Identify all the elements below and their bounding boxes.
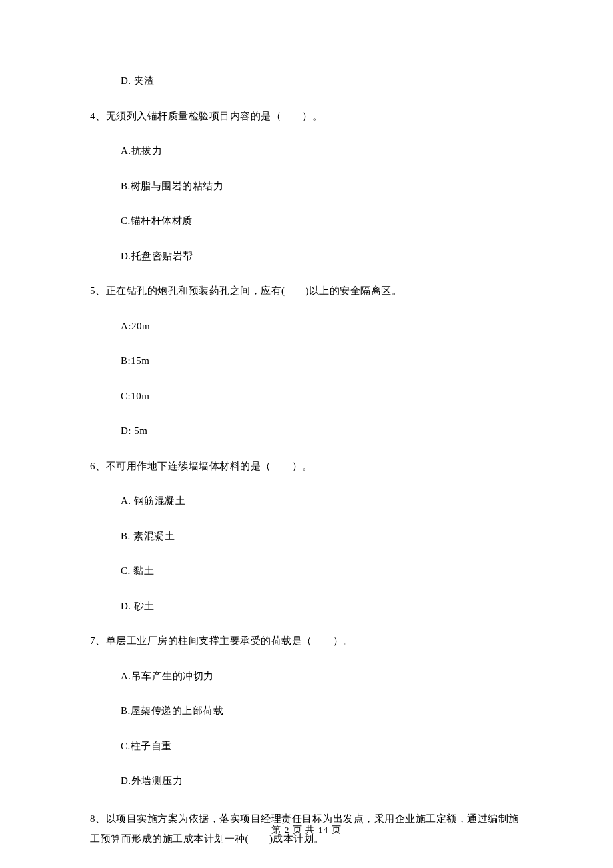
- q7-option-c: C.柱子自重: [90, 739, 523, 754]
- q8-option-a: A.竞争性: [90, 866, 523, 869]
- q6-stem: 6、不可用作地下连续墙墙体材料的是（ ）。: [90, 459, 523, 474]
- q7-option-a: A.吊车产生的冲切力: [90, 669, 523, 684]
- q6-option-b: B. 素混凝土: [90, 529, 523, 544]
- q6-option-a: A. 钢筋混凝土: [90, 493, 523, 509]
- q5-stem: 5、正在钻孔的炮孔和预装药孔之间，应有( )以上的安全隔离区。: [90, 283, 523, 299]
- q6-option-d: D. 砂土: [90, 599, 523, 614]
- page-footer: 第 2 页 共 14 页: [0, 824, 613, 836]
- q4-stem: 4、无须列入锚杆质量检验项目内容的是（ ）。: [90, 109, 523, 124]
- q5-option-c: C:10m: [90, 389, 523, 404]
- q5-option-b: B:15m: [90, 353, 523, 369]
- q5-option-a: A:20m: [90, 319, 523, 334]
- q4-option-b: B.树脂与围岩的粘结力: [90, 179, 523, 194]
- q7-option-b: B.屋架传递的上部荷载: [90, 703, 523, 719]
- q4-option-d: D.托盘密贴岩帮: [90, 249, 523, 264]
- q6-option-c: C. 黏土: [90, 563, 523, 579]
- q5-option-d: D: 5m: [90, 423, 523, 439]
- q7-stem: 7、单层工业厂房的柱间支撑主要承受的荷载是（ ）。: [90, 633, 523, 649]
- q4-option-a: A.抗拔力: [90, 143, 523, 159]
- q3-option-d: D. 夹渣: [90, 73, 523, 89]
- page-content: D. 夹渣 4、无须列入锚杆质量检验项目内容的是（ ）。 A.抗拔力 B.树脂与…: [0, 0, 613, 868]
- q4-option-c: C.锚杆杆体材质: [90, 213, 523, 229]
- q7-option-d: D.外墙测压力: [90, 773, 523, 789]
